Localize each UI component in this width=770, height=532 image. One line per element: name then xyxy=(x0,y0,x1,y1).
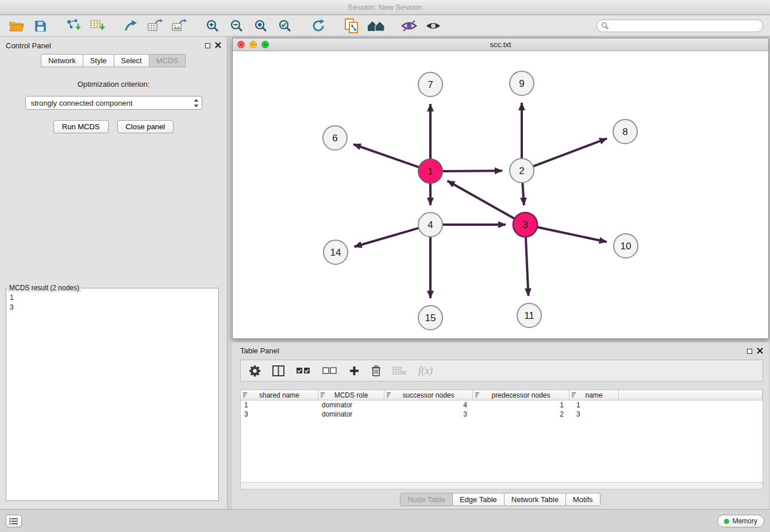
graph-node-10[interactable]: 10 xyxy=(614,234,638,258)
graph-node-6[interactable]: 6 xyxy=(323,126,347,150)
graph-edge-1-2[interactable] xyxy=(442,171,502,171)
function-builder-button[interactable]: f(x) xyxy=(418,365,433,377)
close-panel-icon[interactable] xyxy=(757,347,763,356)
window-titlebar[interactable]: Session: New Session xyxy=(0,0,770,15)
open-session-button[interactable] xyxy=(7,17,25,34)
import-network-icon xyxy=(66,18,82,33)
graph-edge-2-3[interactable] xyxy=(522,183,524,205)
graph-node-2[interactable]: 2 xyxy=(510,159,534,183)
column-header-name[interactable]: name xyxy=(569,390,619,400)
tab-node-table[interactable]: Node Table xyxy=(400,493,453,506)
zoom-fit-button[interactable] xyxy=(252,17,270,34)
graph-node-7[interactable]: 7 xyxy=(418,72,442,97)
close-panel-button[interactable]: Close panel xyxy=(117,120,174,133)
graph-edge-3-10[interactable] xyxy=(537,227,607,242)
unselect-all-button[interactable] xyxy=(322,365,337,376)
sort-icon[interactable] xyxy=(321,392,327,400)
sort-icon[interactable] xyxy=(243,392,249,400)
import-network-button[interactable] xyxy=(64,17,83,34)
mcds-result-line: 3 xyxy=(10,303,215,313)
sort-icon[interactable] xyxy=(572,392,578,400)
delete-table-button[interactable] xyxy=(392,366,407,375)
close-panel-icon[interactable] xyxy=(215,41,221,50)
show-hide-button[interactable] xyxy=(424,17,442,34)
tab-network-table[interactable]: Network Table xyxy=(504,493,566,506)
tab-select[interactable]: Select xyxy=(114,54,149,67)
sort-icon[interactable] xyxy=(475,392,482,400)
graph-node-label: 7 xyxy=(428,79,433,90)
export-table-button[interactable] xyxy=(146,17,164,34)
table-settings-button[interactable] xyxy=(249,365,261,377)
run-mcds-button[interactable]: Run MCDS xyxy=(53,120,109,133)
float-panel-icon[interactable] xyxy=(205,43,210,48)
zoom-selected-icon xyxy=(278,19,292,33)
apply-layout-button[interactable] xyxy=(309,17,328,34)
graph-node-label: 1 xyxy=(428,166,433,177)
import-table-button[interactable] xyxy=(88,17,107,34)
table-row[interactable]: 1 dominator 4 1 1 xyxy=(241,400,763,410)
graph-edge-3-1[interactable] xyxy=(448,181,515,219)
add-column-button[interactable] xyxy=(349,365,360,376)
network-canvas[interactable]: 1234678910111415 xyxy=(233,51,768,338)
control-panel-tabs: Network Style Select MCDS xyxy=(0,54,227,67)
graphics-details-button[interactable] xyxy=(400,17,418,34)
export-image-button[interactable] xyxy=(170,17,188,34)
graph-node-label: 14 xyxy=(330,247,341,258)
float-panel-icon[interactable] xyxy=(747,349,752,354)
memory-button[interactable]: Memory xyxy=(717,515,764,527)
mcds-result-list[interactable]: 1 3 xyxy=(6,292,218,500)
graph-node-3[interactable]: 3 xyxy=(513,213,537,237)
checked-boxes-icon xyxy=(296,365,311,376)
graph-node-9[interactable]: 9 xyxy=(510,71,534,95)
graph-node-4[interactable]: 4 xyxy=(418,213,442,237)
search-box xyxy=(596,20,763,32)
graph-node-11[interactable]: 11 xyxy=(517,303,541,327)
tab-style[interactable]: Style xyxy=(83,54,114,67)
memory-status-icon xyxy=(724,519,729,524)
mcds-result-line: 1 xyxy=(10,293,215,303)
graph-node-15[interactable]: 15 xyxy=(418,306,442,330)
home-button[interactable] xyxy=(367,17,385,34)
graph-node-1[interactable]: 1 xyxy=(418,159,442,183)
show-columns-button[interactable] xyxy=(272,365,284,376)
graph-node-label: 4 xyxy=(428,219,433,230)
task-history-button[interactable] xyxy=(6,515,22,527)
delete-column-button[interactable] xyxy=(371,365,381,376)
close-window-icon[interactable]: × xyxy=(237,41,245,48)
graph-edge-3-11[interactable] xyxy=(526,237,529,296)
tab-motifs[interactable]: Motifs xyxy=(565,493,600,506)
tab-mcds[interactable]: MCDS xyxy=(149,54,186,67)
export-network-button[interactable] xyxy=(122,17,140,34)
save-session-button[interactable] xyxy=(31,17,49,34)
zoom-out-button[interactable] xyxy=(228,17,246,34)
network-window-title: scc.txt xyxy=(490,40,511,49)
column-header-shared-name[interactable]: shared name xyxy=(241,390,318,400)
select-all-button[interactable] xyxy=(296,365,311,376)
column-header-successor-nodes[interactable]: successor nodes xyxy=(384,390,473,400)
graph-node-14[interactable]: 14 xyxy=(324,240,348,264)
graph-edge-2-8[interactable] xyxy=(533,138,607,167)
minimize-window-icon[interactable]: − xyxy=(249,41,257,48)
memory-label: Memory xyxy=(733,517,757,525)
tab-network[interactable]: Network xyxy=(41,54,83,67)
graph-edge-1-6[interactable] xyxy=(353,144,419,167)
graph-edge-4-14[interactable] xyxy=(355,228,419,247)
column-header-mcds-role[interactable]: MCDS role xyxy=(318,390,384,400)
zoom-in-button[interactable] xyxy=(203,17,222,34)
unchecked-boxes-icon xyxy=(322,365,337,376)
maximize-window-icon[interactable]: + xyxy=(261,41,269,48)
horizontal-scrollbar[interactable] xyxy=(241,482,763,489)
graph-node-8[interactable]: 8 xyxy=(613,119,637,144)
tab-edge-table[interactable]: Edge Table xyxy=(452,493,505,506)
control-panel-title: Control Panel xyxy=(6,41,51,50)
criterion-select[interactable]: strongly connected component xyxy=(25,96,202,110)
column-header-predecessor-nodes[interactable]: predecessor nodes xyxy=(473,390,569,400)
graph-node-label: 8 xyxy=(622,126,627,137)
control-panel: Control Panel Network Style Select MCDS … xyxy=(0,37,228,509)
sort-icon[interactable] xyxy=(387,392,393,400)
zoom-selected-button[interactable] xyxy=(276,17,294,34)
search-input[interactable] xyxy=(596,20,763,32)
clone-network-button[interactable] xyxy=(342,17,361,34)
table-row[interactable]: 3 dominator 3 2 3 xyxy=(241,410,763,419)
network-window-titlebar[interactable]: × − + scc.txt xyxy=(233,38,768,51)
